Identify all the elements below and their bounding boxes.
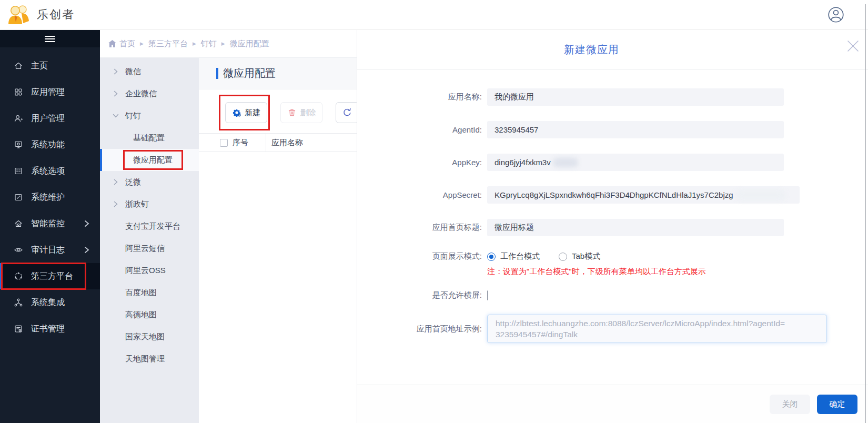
monitoring-icon xyxy=(14,219,23,228)
submenu-item-label: 企业微信 xyxy=(125,89,157,99)
submenu-item-dingtalk[interactable]: 钉钉 xyxy=(100,105,199,127)
submenu-item-label: 百度地图 xyxy=(125,288,157,298)
delete-button[interactable]: 删除 xyxy=(280,102,322,123)
submenu-item-amap[interactable]: 高德地图 xyxy=(100,304,199,326)
sidebar-item-label: 主页 xyxy=(31,61,48,72)
radio-workbench-mode[interactable]: 工作台模式 xyxy=(487,251,540,261)
sidebar-item-system-maintenance[interactable]: 系统维护 xyxy=(0,184,100,210)
submenu-item-label: 浙政钉 xyxy=(125,199,149,209)
trash-icon xyxy=(287,108,297,117)
agent-id-value: 3235945457 xyxy=(494,125,538,134)
submenu-item-label: 泛微 xyxy=(125,177,141,187)
submenu-item-fanwei[interactable]: 泛微 xyxy=(100,171,199,193)
form-row-note: 注：设置为"工作台模式"时，下级所有菜单均以工作台方式展示 xyxy=(357,267,868,277)
system-function-icon xyxy=(14,140,23,149)
breadcrumb-item[interactable]: 微应用配置 xyxy=(230,39,269,49)
home-url-line2: 3235945457#/dingTalk xyxy=(496,329,819,340)
submenu-item-alipay[interactable]: 支付宝开发平台 xyxy=(100,215,199,237)
breadcrumb: 首页 ▶ 第三方平台 ▶ 钉钉 ▶ 微应用配置 xyxy=(100,30,357,58)
sidebar-item-label: 审计日志 xyxy=(31,245,65,256)
home-title-input[interactable]: 微应用标题 xyxy=(487,219,784,236)
app-secret-value: KGpryLcq8gXjLSpxndkwh6qFhi3F3D4DhgpKCfNL… xyxy=(494,190,733,199)
list-toolbar: 新建 删除 xyxy=(199,89,359,133)
submenu-item-label: 高德地图 xyxy=(125,310,157,320)
agent-id-input[interactable]: 3235945457 xyxy=(487,121,784,138)
submenu-item-aliyun-sms[interactable]: 阿里云短信 xyxy=(100,237,199,259)
select-all-checkbox[interactable] xyxy=(220,139,228,147)
hamburger-icon xyxy=(45,34,55,44)
microapp-list-panel: 微应用配置 新建 删除 xyxy=(199,58,359,423)
app-name-input[interactable]: 我的微应用 xyxy=(487,88,784,106)
submenu-item-microapp-config[interactable]: 微应用配置 xyxy=(100,149,199,171)
modal-footer: 关闭 确定 xyxy=(357,385,868,423)
sidebar-item-certificates[interactable]: 证书管理 xyxy=(0,316,100,342)
sidebar-item-smart-monitoring[interactable]: 智能监控 xyxy=(0,210,100,237)
radio-selected-icon xyxy=(487,253,496,261)
submenu-item-tianditu-mgmt[interactable]: 天地图管理 xyxy=(100,348,199,370)
submenu-item-tianditu[interactable]: 国家天地图 xyxy=(100,326,199,348)
submenu-item-baidu-map[interactable]: 百度地图 xyxy=(100,281,199,304)
redaction-blur xyxy=(553,158,578,167)
system-options-icon xyxy=(14,166,23,176)
form-row-home-title: 应用首页标题: 微应用标题 xyxy=(357,219,868,236)
confirm-button[interactable]: 确定 xyxy=(817,395,857,414)
panel-title-bar: 微应用配置 xyxy=(199,58,359,89)
breadcrumb-home[interactable]: 首页 xyxy=(119,39,135,49)
sidebar-item-users[interactable]: 用户管理 xyxy=(0,105,100,132)
sidebar-item-home[interactable]: 主页 xyxy=(0,53,100,79)
certificate-icon xyxy=(14,324,23,334)
submenu-item-label: 微信 xyxy=(125,67,141,77)
maintenance-icon xyxy=(14,193,23,202)
submenu-item-wecom[interactable]: 企业微信 xyxy=(100,83,199,105)
title-accent-bar xyxy=(216,68,218,79)
refresh-button[interactable] xyxy=(336,102,359,123)
breadcrumb-item[interactable]: 钉钉 xyxy=(201,39,217,49)
app-secret-input[interactable]: KGpryLcq8gXjLSpxndkwh6qFhi3F3D4DhgpKCfNL… xyxy=(487,186,800,204)
workbench-mode-note: 注：设置为"工作台模式"时，下级所有菜单均以工作台方式展示 xyxy=(487,267,706,276)
app-key-input[interactable]: ding6jyj4fxkm3v xyxy=(487,154,784,171)
submenu-item-label: 钉钉 xyxy=(125,111,141,121)
sidebar-item-audit-log[interactable]: 审计日志 xyxy=(0,237,100,263)
chevron-right-icon xyxy=(84,246,89,254)
integration-icon xyxy=(14,298,23,307)
top-bar: 乐创者 xyxy=(0,0,868,30)
chevron-down-icon xyxy=(113,113,119,119)
submenu-item-basic-config[interactable]: 基础配置 xyxy=(100,127,199,149)
sidebar-toggle-button[interactable] xyxy=(0,30,100,47)
home-title-value: 微应用标题 xyxy=(494,223,534,233)
submenu-item-aliyun-oss[interactable]: 阿里云OSS xyxy=(100,259,199,281)
sidebar-item-label: 系统集成 xyxy=(31,297,65,308)
home-icon xyxy=(108,40,116,47)
landscape-checkbox[interactable] xyxy=(487,290,488,300)
form-row-app-name: 应用名称: 我的微应用 xyxy=(357,88,868,106)
modal-title: 新建微应用 xyxy=(564,43,619,57)
field-label: AppKey: xyxy=(357,158,487,167)
platform-submenu: 微信 企业微信 钉钉 基础配置 微应用配置 xyxy=(100,58,199,423)
submenu-item-label: 天地图管理 xyxy=(125,354,165,364)
sidebar-item-system-options[interactable]: 系统选项 xyxy=(0,158,100,184)
modal-header: 新建微应用 xyxy=(357,30,868,70)
sidebar-item-label: 系统选项 xyxy=(31,166,65,177)
sidebar-item-system-functions[interactable]: 系统功能 xyxy=(0,132,100,158)
close-button[interactable]: 关闭 xyxy=(770,395,810,414)
sidebar-item-apps[interactable]: 应用管理 xyxy=(0,79,100,105)
close-icon[interactable] xyxy=(846,39,860,53)
sidebar-item-label: 证书管理 xyxy=(31,324,65,335)
field-label: 应用首页标题: xyxy=(357,223,487,233)
submenu-item-wechat[interactable]: 微信 xyxy=(100,61,199,83)
field-label: 应用首页地址示例: xyxy=(357,324,487,334)
sidebar-item-system-integration[interactable]: 系统集成 xyxy=(0,289,100,316)
radio-tab-mode[interactable]: Tab模式 xyxy=(559,251,600,261)
breadcrumb-item[interactable]: 第三方平台 xyxy=(148,39,188,49)
modal-form: 应用名称: 我的微应用 AgentId: 3235945457 AppKey: … xyxy=(357,70,868,385)
sidebar-item-third-party[interactable]: 第三方平台 xyxy=(0,263,100,289)
column-header-appname: 应用名称 xyxy=(266,138,303,148)
app-name-value: 我的微应用 xyxy=(494,92,534,102)
submenu-item-zhezhengding[interactable]: 浙政钉 xyxy=(100,193,199,215)
form-row-app-key: AppKey: ding6jyj4fxkm3v xyxy=(357,154,868,171)
user-avatar-icon[interactable] xyxy=(827,6,844,23)
radio-label: Tab模式 xyxy=(572,251,600,261)
form-row-agent-id: AgentId: 3235945457 xyxy=(357,121,868,138)
create-button[interactable]: 新建 xyxy=(225,102,267,123)
home-url-textarea[interactable]: http://zlbtest.lechuangzhe.com:8088/lczS… xyxy=(487,315,827,343)
